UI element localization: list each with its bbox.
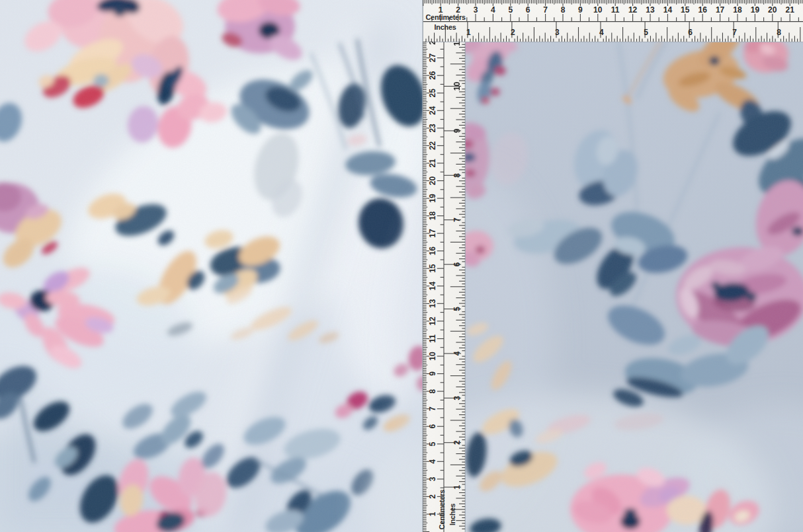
svg-text:26: 26: [428, 71, 437, 80]
svg-text:4: 4: [599, 28, 604, 37]
svg-text:21: 21: [428, 159, 437, 168]
svg-text:8: 8: [452, 173, 462, 178]
svg-text:17: 17: [428, 229, 437, 238]
svg-text:18: 18: [733, 5, 742, 15]
svg-text:5: 5: [644, 28, 648, 37]
svg-text:13: 13: [646, 5, 655, 15]
svg-text:10: 10: [452, 82, 462, 91]
svg-text:18: 18: [428, 211, 437, 221]
svg-text:25: 25: [428, 89, 437, 98]
svg-text:19: 19: [428, 194, 437, 203]
svg-text:4: 4: [452, 351, 462, 356]
svg-text:3: 3: [452, 396, 462, 400]
svg-text:Inches: Inches: [448, 504, 456, 525]
svg-text:6: 6: [688, 28, 693, 37]
svg-text:3: 3: [428, 476, 437, 481]
svg-text:1: 1: [428, 512, 437, 516]
svg-text:5: 5: [452, 307, 462, 311]
svg-text:Centimeters: Centimeters: [438, 490, 446, 529]
svg-text:20: 20: [428, 176, 437, 186]
svg-text:15: 15: [681, 5, 690, 15]
svg-text:7: 7: [428, 406, 437, 411]
svg-text:11: 11: [428, 334, 437, 343]
svg-text:8: 8: [777, 28, 781, 37]
svg-text:12: 12: [628, 5, 638, 15]
svg-text:2: 2: [428, 494, 437, 499]
svg-text:7: 7: [452, 217, 462, 222]
svg-text:16: 16: [428, 247, 437, 256]
svg-text:7: 7: [732, 28, 737, 37]
svg-text:1: 1: [452, 484, 462, 489]
svg-text:2: 2: [511, 28, 515, 37]
svg-text:15: 15: [428, 264, 437, 273]
svg-text:10: 10: [428, 352, 437, 361]
svg-text:17: 17: [716, 5, 725, 15]
svg-text:4: 4: [491, 5, 495, 15]
svg-text:Centimeters: Centimeters: [426, 13, 466, 21]
svg-text:5: 5: [508, 5, 513, 15]
svg-text:14: 14: [663, 5, 673, 15]
svg-text:5: 5: [428, 441, 437, 446]
svg-text:7: 7: [543, 5, 548, 15]
svg-text:9: 9: [452, 128, 462, 133]
svg-text:3: 3: [474, 5, 478, 15]
svg-text:3: 3: [555, 28, 560, 37]
svg-text:8: 8: [561, 5, 566, 15]
svg-text:13: 13: [428, 299, 437, 308]
svg-text:27: 27: [428, 54, 437, 63]
svg-text:Inches: Inches: [435, 23, 456, 31]
svg-text:6: 6: [526, 5, 530, 15]
svg-text:16: 16: [698, 5, 708, 15]
svg-text:2: 2: [452, 440, 462, 445]
svg-text:10: 10: [593, 5, 603, 15]
svg-text:1: 1: [466, 28, 471, 37]
svg-text:9: 9: [578, 5, 583, 15]
svg-text:21: 21: [786, 5, 795, 15]
svg-text:23: 23: [428, 124, 437, 133]
svg-text:20: 20: [768, 5, 777, 15]
svg-text:14: 14: [428, 282, 437, 291]
svg-text:22: 22: [428, 141, 437, 150]
svg-text:12: 12: [428, 317, 437, 326]
svg-text:6: 6: [428, 424, 437, 429]
svg-text:8: 8: [428, 389, 437, 393]
svg-text:4: 4: [428, 459, 437, 464]
svg-text:24: 24: [428, 106, 437, 115]
svg-text:11: 11: [611, 5, 620, 15]
svg-text:19: 19: [751, 5, 760, 15]
svg-text:6: 6: [452, 262, 462, 266]
svg-text:9: 9: [428, 371, 437, 376]
